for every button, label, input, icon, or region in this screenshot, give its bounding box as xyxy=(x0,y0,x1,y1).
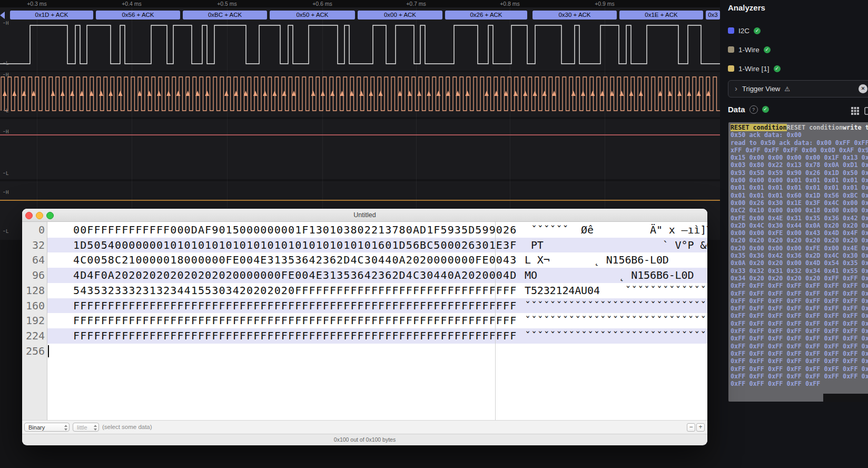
dropdown-steppers-icon xyxy=(93,425,97,431)
hex-bytes: 00FFFFFFFFFFFF000DAF9015000000001F130103… xyxy=(73,222,517,238)
hex-bytes: 4C0058C210000018000000FE004E31353642362D… xyxy=(73,252,517,268)
ascii-bytes: MO ˛ N156B6-L0D M xyxy=(525,268,707,283)
row-offset: 256 xyxy=(22,344,45,359)
level-marker-low: L xyxy=(3,171,8,176)
level-marker-high: H xyxy=(3,190,8,195)
i2c-decode-bubble[interactable]: 0x26 + ACK xyxy=(445,11,527,19)
grid-view-icon[interactable] xyxy=(851,107,859,115)
ascii-bytes: L X¬ ˛ N156B6-L0D ˛ C xyxy=(525,252,707,268)
hex-editor-window: Untitled 00FFFFFFFFFFFF000DAF90150000000… xyxy=(22,209,707,445)
level-marker-high: H xyxy=(3,129,8,134)
selection-hint: (select some data) xyxy=(102,423,152,432)
check-icon: ✓ xyxy=(764,46,771,53)
row-offset: 96 xyxy=(22,268,45,283)
frame-text: write to xyxy=(843,124,868,131)
data-panel[interactable]: RESET conditionRESET conditionwrite to 0… xyxy=(728,122,868,402)
hex-bytes: 1D50540000000101010101010101010101010101… xyxy=(73,238,517,253)
check-icon: ✓ xyxy=(762,106,769,113)
ascii-bytes: ˇˇˇˇˇˇ Øê Ä" x –ıì]Yê& xyxy=(525,222,707,238)
analyzer-color-swatch-icon xyxy=(728,65,734,72)
analyzer-item-i2c[interactable]: I2C✓ xyxy=(728,26,761,35)
chevron-right-icon: › xyxy=(735,84,737,93)
analyzers-title: Analyzers xyxy=(728,3,765,12)
increase-font-button[interactable]: + xyxy=(696,423,705,432)
row-offset: 64 xyxy=(22,252,45,268)
columns-view-icon[interactable] xyxy=(864,107,868,115)
pane-divider xyxy=(495,222,496,420)
analyzer-color-swatch-icon xyxy=(728,27,734,34)
panel-corner-overlay xyxy=(823,394,868,402)
hex-bytes: FFFFFFFFFFFFFFFFFFFFFFFFFFFFFFFFFFFFFFFF… xyxy=(73,298,517,314)
hex-row[interactable]: 54353233323132344155303420202020FFFFFFFF… xyxy=(47,283,707,298)
i2c-decode-bubble[interactable]: 0xBC + ACK xyxy=(183,11,267,19)
ascii-bytes: T5232124AU04 ˇˇˇˇˇˇˇˇˇˇˇˇˇˇˇˇ xyxy=(525,283,707,298)
level-marker-low: L xyxy=(3,229,8,234)
text-caret xyxy=(48,345,49,357)
hex-row[interactable]: 1D50540000000101010101010101010101010101… xyxy=(47,238,707,253)
row-offset: 160 xyxy=(22,298,45,314)
analyzer-label: 1-Wire [1] xyxy=(738,65,770,73)
frame-text: 0x50 ack data: 0x00 xyxy=(731,131,802,139)
help-icon[interactable]: ? xyxy=(749,105,758,114)
ascii-bytes: ˇˇˇˇˇˇˇˇˇˇˇˇˇˇˇˇˇˇˇˇˇˇˇˇˇˇˇˇˇˇˇˇ xyxy=(525,298,707,314)
ascii-bytes: PT ` V°P &0 ? xyxy=(525,238,707,253)
hex-controls-bar: Binary little (select some data) − + xyxy=(22,420,707,434)
i2c-bubble-left-clip-icon xyxy=(0,12,5,19)
hex-row[interactable]: 00FFFFFFFFFFFF000DAF9015000000001F130103… xyxy=(47,222,707,238)
frame-text: RESET condition xyxy=(731,124,787,131)
hex-row[interactable]: 4D4F0A202020202020202020000000FE004E3135… xyxy=(47,268,707,283)
level-marker-low: L xyxy=(3,61,8,66)
hex-row[interactable]: FFFFFFFFFFFFFFFFFFFFFFFFFFFFFFFFFFFFFFFF… xyxy=(47,298,707,314)
i2c-decode-bubble[interactable]: 0x30 + ACK xyxy=(532,11,617,19)
endianness-dropdown[interactable]: little xyxy=(73,423,99,432)
level-marker-high: H xyxy=(3,72,8,77)
waveforms xyxy=(0,0,720,242)
analyzer-label: 1-Wire xyxy=(738,46,760,54)
hex-bytes: FFFFFFFFFFFFFFFFFFFFFFFFFFFFFFFFFFFFFFFF… xyxy=(73,328,517,344)
decrease-font-button[interactable]: − xyxy=(687,423,695,432)
check-icon: ✓ xyxy=(774,65,781,72)
row-offset: 128 xyxy=(22,283,45,298)
analyzer-label: I2C xyxy=(738,27,749,35)
row-offset: 0 xyxy=(22,222,45,238)
hex-row[interactable]: 4C0058C210000018000000FE004E31353642362D… xyxy=(47,252,707,268)
level-marker-high: H xyxy=(3,21,8,26)
i2c-decode-bubble[interactable]: 0x50 + ACK xyxy=(270,11,355,19)
analyzer-color-swatch-icon xyxy=(728,46,734,53)
hex-bytes: FFFFFFFFFFFFFFFFFFFFFFFFFFFFFFFFFFFFFFFF… xyxy=(73,313,517,328)
close-icon[interactable]: ✕ xyxy=(859,84,867,93)
hex-row[interactable]: FFFFFFFFFFFFFFFFFFFFFFFFFFFFFFFFFFFFFFFF… xyxy=(47,313,707,328)
hex-bytes: 54353233323132344155303420202020FFFFFFFF… xyxy=(73,283,517,298)
row-offset: 32 xyxy=(22,238,45,253)
sidebar: Analyzers I2C✓1-Wire✓1-Wire [1]✓ › Trigg… xyxy=(720,0,868,468)
row-offset: 224 xyxy=(22,328,45,344)
ascii-bytes: ˇˇˇˇˇˇˇˇˇˇˇˇˇˇˇˇˇˇˇˇˇˇˇˇˇˇˇˇˇˇˇˇ xyxy=(525,328,707,344)
frame-text: RESET condition xyxy=(787,124,843,131)
i2c-decode-bubble[interactable]: 0x1E + ACK xyxy=(619,11,703,19)
window-title: Untitled xyxy=(22,209,707,221)
ascii-bytes: ˇˇˇˇˇˇˇˇˇˇˇˇˇˇˇˇˇˇˇˇˇˇˇˇˇˇˇˇˇˇˇˇ xyxy=(525,313,707,328)
window-titlebar[interactable]: Untitled xyxy=(22,209,707,222)
logic-analyzer-app: +0.3 ms+0.4 ms+0.5 ms+0.6 ms+0.7 ms+0.8 … xyxy=(0,0,868,468)
trigger-view-label: Trigger View xyxy=(742,85,780,93)
trigger-view-row[interactable]: › Trigger View ⚠ ✕ xyxy=(728,80,868,97)
encoding-dropdown[interactable]: Binary xyxy=(24,423,70,432)
i2c-decode-bubble[interactable]: 0x1D + ACK xyxy=(10,11,93,19)
row-offset: 192 xyxy=(22,313,45,328)
analyzer-item-1-wire-1-[interactable]: 1-Wire [1]✓ xyxy=(728,64,781,73)
hex-row[interactable] xyxy=(47,344,707,359)
i2c-decode-bubble[interactable]: 0x56 + ACK xyxy=(96,11,180,19)
hex-row[interactable]: FFFFFFFFFFFFFFFFFFFFFFFFFFFFFFFFFFFFFFFF… xyxy=(47,328,707,344)
check-icon: ✓ xyxy=(754,27,761,34)
level-marker-low: L xyxy=(3,108,8,113)
i2c-decode-bubble[interactable]: 0x3 xyxy=(706,11,720,19)
hex-rows-area[interactable]: 00FFFFFFFFFFFF000DAF9015000000001F130103… xyxy=(22,222,707,420)
data-title: Data xyxy=(728,105,745,114)
hex-status-bar: 0x100 out of 0x100 bytes xyxy=(22,434,707,445)
hex-bytes: 4D4F0A202020202020202020000000FE004E3135… xyxy=(73,268,517,283)
analyzer-item-1-wire[interactable]: 1-Wire✓ xyxy=(728,45,771,54)
read-frame-text: read to 0x50 ack data: 0x00 0xFF 0xFF 0x… xyxy=(731,139,868,388)
i2c-decode-bubble[interactable]: 0x00 + ACK xyxy=(358,11,442,19)
warning-icon: ⚠ xyxy=(784,85,790,93)
data-panel-header: Data ? ✓ xyxy=(728,105,769,114)
